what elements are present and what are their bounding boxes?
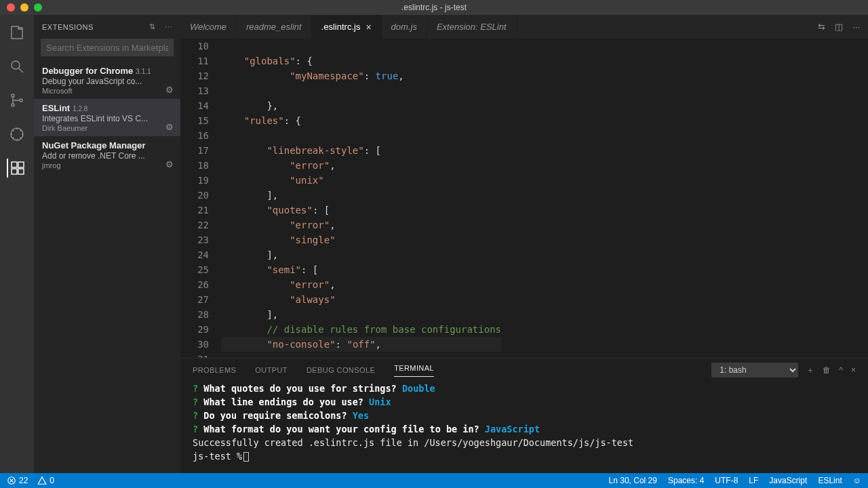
- extension-desc: Integrates ESLint into VS C...: [42, 114, 172, 123]
- tab-output[interactable]: OUTPUT: [255, 366, 288, 374]
- extension-name: NuGet Package Manager: [42, 140, 145, 150]
- svg-point-0: [12, 61, 20, 69]
- gear-icon[interactable]: ⚙: [165, 122, 174, 132]
- tab-readme[interactable]: readme_eslint: [237, 15, 312, 39]
- split-icon[interactable]: ◫: [835, 22, 843, 32]
- editor-body[interactable]: 1011121314151617181920212223242526272829…: [180, 39, 868, 358]
- kill-terminal-icon[interactable]: 🗑: [823, 365, 831, 375]
- status-bar: 22 0 Ln 30, Col 29 Spaces: 4 UTF-8 LF Ja…: [0, 473, 868, 488]
- status-spaces[interactable]: Spaces: 4: [668, 476, 704, 485]
- editor-area: Welcome readme_eslint .eslintrc.js× dom.…: [180, 15, 868, 473]
- svg-rect-8: [18, 169, 24, 174]
- svg-point-4: [11, 128, 23, 140]
- extension-name: ESLint: [42, 103, 70, 113]
- terminal-line: Successfully created .eslintrc.js file i…: [193, 436, 856, 449]
- minimize-window[interactable]: [20, 3, 28, 12]
- extension-name: Debugger for Chrome: [42, 66, 133, 76]
- panel-tabs: PROBLEMS OUTPUT DEBUG CONSOLE TERMINAL 1…: [180, 359, 868, 382]
- extension-item[interactable]: ESLint1.2.8 Integrates ESLint into VS C.…: [34, 99, 180, 136]
- status-errors[interactable]: 22: [7, 476, 28, 485]
- tab-extension[interactable]: Extension: ESLint: [427, 15, 517, 39]
- more-icon[interactable]: ···: [165, 22, 172, 31]
- sidebar-header: EXTENSIONS ⇅ ···: [34, 15, 180, 39]
- activity-bar: [0, 15, 34, 473]
- extension-item[interactable]: NuGet Package Manager Add or remove .NET…: [34, 136, 180, 174]
- extension-publisher: Dirk Baeumer: [42, 124, 172, 132]
- line-numbers: 1011121314151617181920212223242526272829…: [180, 39, 221, 358]
- titlebar: .eslintrc.js - js-test: [0, 0, 868, 15]
- terminal-select[interactable]: 1: bash: [711, 363, 798, 378]
- svg-point-1: [12, 94, 14, 97]
- extension-desc: Debug your JavaScript co...: [42, 77, 172, 86]
- new-terminal-icon[interactable]: ＋: [806, 365, 814, 376]
- tab-eslintrc[interactable]: .eslintrc.js×: [312, 15, 382, 39]
- status-eol[interactable]: LF: [749, 476, 758, 485]
- bottom-panel: PROBLEMS OUTPUT DEBUG CONSOLE TERMINAL 1…: [180, 358, 868, 473]
- status-encoding[interactable]: UTF-8: [715, 476, 738, 485]
- sidebar: EXTENSIONS ⇅ ··· Debugger for Chrome3.1.…: [34, 15, 180, 473]
- feedback-icon[interactable]: ☺: [853, 476, 861, 485]
- svg-point-3: [20, 99, 22, 102]
- extension-publisher: Microsoft: [42, 87, 172, 95]
- svg-point-2: [12, 104, 14, 106]
- status-language[interactable]: JavaScript: [769, 476, 807, 485]
- zoom-window[interactable]: [34, 3, 42, 12]
- filter-icon[interactable]: ⇅: [149, 22, 156, 31]
- close-icon[interactable]: ×: [366, 22, 371, 33]
- cursor: [243, 452, 249, 462]
- panel-close-icon[interactable]: ×: [851, 365, 856, 375]
- sidebar-title: EXTENSIONS: [42, 23, 94, 31]
- extensions-icon[interactable]: [7, 159, 26, 178]
- debug-icon[interactable]: [7, 125, 26, 144]
- gear-icon[interactable]: ⚙: [165, 85, 174, 95]
- terminal-prompt: js-test %: [193, 451, 242, 462]
- window-title: .eslintrc.js - js-test: [0, 3, 868, 12]
- tab-dom[interactable]: dom.js: [382, 15, 427, 39]
- extension-search-input[interactable]: [41, 39, 174, 56]
- tab-terminal[interactable]: TERMINAL: [394, 364, 434, 377]
- editor-tabs: Welcome readme_eslint .eslintrc.js× dom.…: [180, 15, 868, 39]
- terminal-content[interactable]: ? What quotes do you use for strings? Do…: [180, 382, 868, 473]
- code-content[interactable]: "globals": { "myNamespace": true, }, "ru…: [221, 39, 501, 358]
- gear-icon[interactable]: ⚙: [165, 159, 174, 169]
- svg-rect-5: [12, 162, 17, 167]
- extension-publisher: jmrog: [42, 161, 172, 169]
- tab-welcome[interactable]: Welcome: [180, 15, 237, 39]
- extension-desc: Add or remove .NET Core ...: [42, 151, 172, 161]
- extension-item[interactable]: Debugger for Chrome3.1.1 Debug your Java…: [34, 62, 180, 99]
- git-icon[interactable]: [7, 91, 26, 110]
- diff-icon[interactable]: ⇆: [818, 22, 825, 32]
- tab-problems[interactable]: PROBLEMS: [193, 366, 236, 374]
- search-icon[interactable]: [7, 57, 26, 76]
- tab-debug[interactable]: DEBUG CONSOLE: [307, 366, 375, 374]
- svg-rect-7: [12, 169, 17, 174]
- more-icon[interactable]: ···: [852, 22, 860, 32]
- explorer-icon[interactable]: [7, 23, 26, 42]
- panel-up-icon[interactable]: ^: [839, 365, 843, 375]
- status-line-col[interactable]: Ln 30, Col 29: [609, 476, 657, 485]
- status-eslint[interactable]: ESLint: [818, 476, 842, 485]
- status-warnings[interactable]: 0: [37, 476, 54, 485]
- close-window[interactable]: [7, 3, 15, 12]
- svg-rect-6: [18, 162, 24, 167]
